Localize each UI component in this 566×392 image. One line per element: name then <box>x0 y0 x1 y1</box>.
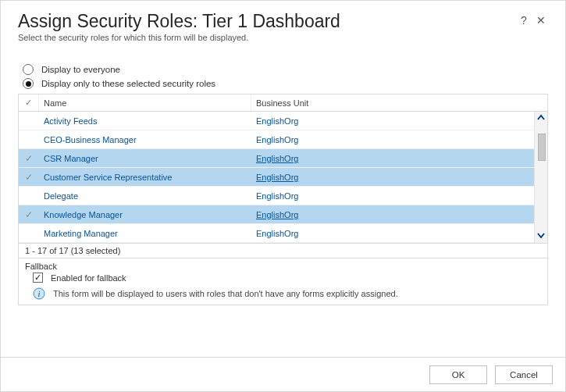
radio-display-selected-roles[interactable]: Display only to these selected security … <box>23 78 548 89</box>
scroll-thumb[interactable] <box>538 134 546 161</box>
radio-icon <box>23 78 34 89</box>
grid-header: ✓ Name Business Unit <box>19 94 547 112</box>
select-all-checkmark-icon[interactable]: ✓ <box>19 94 39 111</box>
role-name-link[interactable]: Delegate <box>39 188 251 204</box>
row-checkmark-icon[interactable]: ✓ <box>19 209 39 220</box>
radio-icon <box>23 64 34 75</box>
row-checkmark-icon[interactable]: ✓ <box>19 172 39 183</box>
business-unit-link[interactable]: EnglishOrg <box>251 226 486 241</box>
column-name[interactable]: Name <box>39 95 251 111</box>
info-icon: i <box>33 287 45 300</box>
business-unit-link[interactable]: EnglishOrg <box>251 188 486 204</box>
dialog-footer: OK Cancel <box>1 357 565 391</box>
vertical-scrollbar[interactable] <box>534 112 547 243</box>
table-row[interactable]: Marketing ManagerEnglishOrg <box>19 224 547 243</box>
roles-grid: ✓ Name Business Unit Activity FeedsEngli… <box>18 94 548 244</box>
role-name-link[interactable]: CEO-Business Manager <box>39 132 251 148</box>
dialog-title: Assign Security Roles: Tier 1 Dashboard <box>18 12 340 31</box>
pager-text: 1 - 17 of 17 (13 selected) <box>18 244 548 258</box>
help-icon[interactable]: ? <box>517 13 531 27</box>
row-checkmark-icon[interactable]: ✓ <box>19 153 39 164</box>
business-unit-link[interactable]: EnglishOrg <box>251 169 486 185</box>
role-name-link[interactable]: Customer Service Representative <box>39 169 251 185</box>
table-row[interactable]: ✓Customer Service RepresentativeEnglishO… <box>19 168 547 187</box>
table-row[interactable]: ✓Knowledge ManagerEnglishOrg <box>19 205 547 224</box>
fallback-info-text: This form will be displayed to users wit… <box>53 289 398 298</box>
svg-text:i: i <box>37 289 40 298</box>
business-unit-link[interactable]: EnglishOrg <box>251 132 486 148</box>
table-row[interactable]: Activity FeedsEnglishOrg <box>19 112 547 130</box>
business-unit-link[interactable]: EnglishOrg <box>251 113 486 129</box>
scroll-up-icon[interactable] <box>535 112 547 126</box>
business-unit-link[interactable]: EnglishOrg <box>251 151 486 166</box>
role-name-link[interactable]: Knowledge Manager <box>39 207 251 223</box>
role-name-link[interactable]: Activity Feeds <box>39 113 251 129</box>
table-row[interactable]: DelegateEnglishOrg <box>19 187 547 205</box>
dialog-subtitle: Select the security roles for which this… <box>18 33 340 42</box>
table-row[interactable]: CEO-Business ManagerEnglishOrg <box>19 130 547 149</box>
table-row[interactable]: ✓CSR ManagerEnglishOrg <box>19 149 547 168</box>
fallback-checkbox[interactable]: ✓ <box>33 273 43 283</box>
fallback-enabled-label: Enabled for fallback <box>51 273 126 283</box>
role-name-link[interactable]: Marketing Manager <box>39 226 251 241</box>
radio-label: Display only to these selected security … <box>41 79 215 88</box>
close-icon[interactable]: ✕ <box>534 13 548 27</box>
fallback-section-label: Fallback <box>25 262 541 271</box>
column-business-unit[interactable]: Business Unit <box>251 95 486 111</box>
ok-button[interactable]: OK <box>429 365 487 384</box>
scroll-down-icon[interactable] <box>535 229 547 243</box>
radio-label: Display to everyone <box>41 65 120 74</box>
radio-display-everyone[interactable]: Display to everyone <box>23 64 548 75</box>
business-unit-link[interactable]: EnglishOrg <box>251 207 486 223</box>
cancel-button[interactable]: Cancel <box>495 365 553 384</box>
role-name-link[interactable]: CSR Manager <box>39 151 251 166</box>
